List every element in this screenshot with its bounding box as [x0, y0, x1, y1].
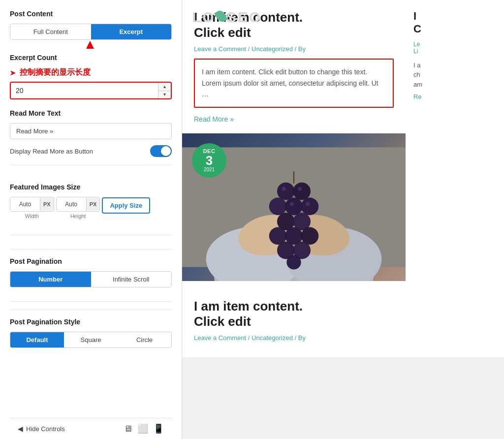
date-year: 2021 [204, 167, 215, 172]
pagination-btn-group: Number Infinite Scroll [10, 271, 172, 287]
bottom-bar: ◀ Hide Controls 🖥 ⬜ 📱 [10, 418, 172, 439]
right-panel: LOSEO I am item content.Click edit Leave… [182, 0, 504, 439]
svg-point-19 [286, 255, 301, 269]
post-excerpt-box: I am item content. Click edit button to … [194, 59, 394, 107]
size-inputs-row: PX Width PX Height Apply Size [10, 197, 172, 219]
hide-controls-arrow-icon: ◀ [18, 425, 23, 433]
right-overflow-panel: IC LeLi I acham Re [406, 0, 504, 357]
post-pagination-section: Post Pagination Number Infinite Scroll [10, 249, 172, 287]
date-badge: Dec 3 2021 [192, 143, 226, 178]
default-style-button[interactable]: Default [10, 332, 64, 347]
read-more-text-title: Read More Text [10, 109, 172, 117]
post-2-meta: Leave a Comment / Uncategorized / By [194, 334, 394, 342]
post-2-meta-text: Leave a Comment / Uncategorized / By [194, 334, 306, 342]
display-read-more-label: Display Read More as Button [10, 148, 93, 155]
svg-point-8 [293, 182, 311, 200]
excerpt-button[interactable]: Excerpt [91, 24, 172, 39]
spinner-buttons: ▲ ▼ [158, 83, 171, 98]
spinner-up-button[interactable]: ▲ [158, 83, 171, 91]
watermark: LOSEO [192, 9, 262, 26]
circle-style-button[interactable]: Circle [118, 332, 171, 347]
height-input-group: PX Height [56, 197, 100, 219]
post-2-title: I am item content.Click edit [194, 299, 394, 329]
height-label: Height [70, 213, 86, 219]
watermark-leaf-icon [214, 9, 228, 24]
overflow-post-title: IC [413, 10, 496, 36]
svg-point-10 [285, 197, 303, 215]
overflow-post-meta: LeLi [413, 41, 496, 55]
annotation-arrow-icon: ➤ [10, 69, 16, 77]
post-content-btn-group: Full Content Excerpt [10, 24, 172, 40]
post-card-2-inner: I am item content.Click edit Leave a Com… [182, 289, 406, 357]
post-1-meta-text: Leave a Comment / Uncategorized / By [194, 45, 306, 53]
post-content-section: Post Content Full Content Excerpt [10, 10, 172, 40]
mobile-icon[interactable]: 📱 [153, 423, 164, 434]
post-pagination-style-section: Post Pagination Style Default Square Cir… [10, 310, 172, 348]
post-pagination-style-title: Post Pagination Style [10, 318, 172, 326]
overflow-read-more[interactable]: Re [413, 93, 496, 100]
excerpt-count-title: Excerpt Count [10, 54, 172, 62]
annotation-text: 控制摘要的显示长度 [20, 67, 91, 78]
post-image-container: Dec 3 2021 [182, 133, 406, 281]
svg-point-21 [298, 187, 302, 190]
height-input-wrap: PX [56, 197, 100, 212]
svg-point-20 [282, 187, 286, 190]
svg-point-9 [269, 197, 287, 215]
pagination-style-btn-group: Default Square Circle [10, 332, 172, 348]
post-pagination-title: Post Pagination [10, 257, 172, 265]
width-input-group: PX Width [10, 197, 54, 219]
hide-controls-button[interactable]: ◀ Hide Controls [18, 425, 65, 433]
excerpt-count-input[interactable] [11, 83, 158, 98]
infinite-scroll-button[interactable]: Infinite Scroll [91, 272, 172, 287]
height-unit: PX [86, 198, 100, 211]
read-more-text-input[interactable] [10, 123, 172, 139]
number-pagination-button[interactable]: Number [10, 272, 91, 287]
tablet-icon[interactable]: ⬜ [137, 423, 148, 434]
square-style-button[interactable]: Square [64, 332, 118, 347]
overflow-post-excerpt: I acham [413, 61, 496, 90]
excerpt-count-box: ▲ ▼ [10, 82, 172, 99]
display-read-more-toggle[interactable] [150, 145, 172, 157]
svg-point-23 [306, 202, 310, 206]
post-1-read-more-link[interactable]: Read More » [194, 115, 234, 123]
posts-column: I am item content.Click edit Leave a Com… [182, 0, 406, 357]
apply-size-button[interactable]: Apply Size [102, 197, 150, 214]
width-input-wrap: PX [10, 197, 54, 212]
featured-images-title: Featured Images Size [10, 183, 172, 191]
post-1-excerpt: I am item content. Click edit button to … [202, 66, 386, 99]
featured-images-section: Featured Images Size PX Width PX Height … [10, 183, 172, 221]
bottom-icons: 🖥 ⬜ 📱 [124, 423, 164, 434]
width-unit: PX [40, 198, 54, 211]
hide-controls-label: Hide Controls [26, 425, 65, 433]
date-day: 3 [206, 154, 213, 167]
svg-point-22 [290, 202, 294, 206]
red-arrow-icon [86, 41, 94, 49]
spinner-down-button[interactable]: ▼ [158, 91, 171, 98]
post-1-meta: Leave a Comment / Uncategorized / By [194, 45, 394, 53]
excerpt-annotation: ➤ 控制摘要的显示长度 [10, 67, 172, 78]
content-wrapper: LOSEO I am item content.Click edit Leave… [182, 0, 504, 439]
post-content-title: Post Content [10, 10, 172, 18]
excerpt-count-section: Excerpt Count ➤ 控制摘要的显示长度 ▲ ▼ [10, 54, 172, 99]
full-content-button[interactable]: Full Content [10, 24, 91, 39]
height-input[interactable] [57, 197, 86, 211]
svg-point-11 [301, 197, 319, 215]
posts-row: I am item content.Click edit Leave a Com… [182, 0, 504, 357]
svg-point-7 [277, 182, 295, 200]
toggle-row: Display Read More as Button [10, 145, 172, 165]
left-panel: Post Content Full Content Excerpt Excerp… [0, 0, 182, 439]
divider-2 [10, 301, 172, 302]
desktop-icon[interactable]: 🖥 [124, 423, 132, 434]
read-more-text-section: Read More Text Display Read More as Butt… [10, 109, 172, 165]
post-card-2: Dec 3 2021 I am item content.Click edit … [182, 133, 406, 357]
width-label: Width [25, 213, 39, 219]
divider-1 [10, 235, 172, 235]
width-input[interactable] [10, 197, 40, 211]
